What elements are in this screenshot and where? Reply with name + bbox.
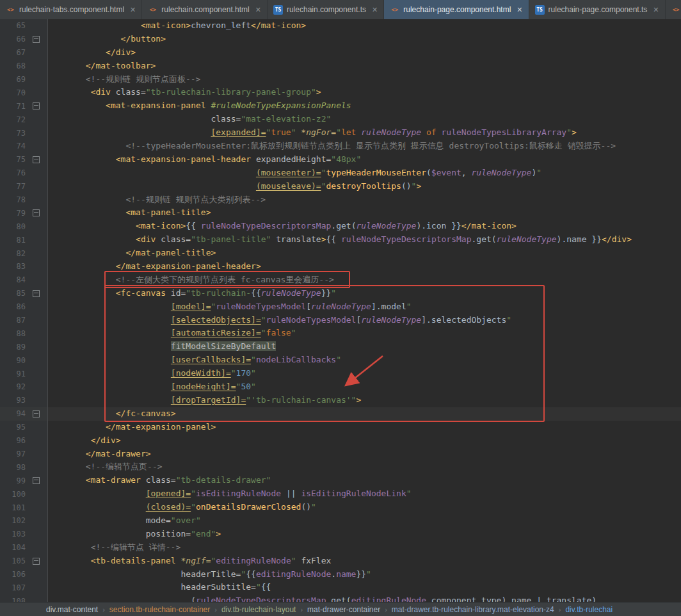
close-tab-icon[interactable]: ✕ — [130, 6, 136, 14]
breadcrumb-separator: › — [385, 606, 387, 613]
close-tab-icon[interactable]: ✕ — [255, 6, 261, 14]
code-line-81[interactable]: <div class="tb-panel-title" translate>{{… — [48, 233, 681, 247]
code-line-107[interactable]: headerSubtitle="{{ — [48, 581, 681, 594]
code-line-89[interactable]: fitModelSizeByDefault — [48, 340, 681, 353]
token-comment: <!--规则链 规则节点大类别列表--> — [125, 195, 266, 204]
code-line-94[interactable]: </fc-canvas> — [48, 407, 681, 421]
fold-collapse-icon[interactable] — [33, 36, 40, 43]
code-line-85[interactable]: <fc-canvas id="tb-rulchain-{{ruleNodeTyp… — [48, 287, 681, 300]
line-number: 65 — [0, 21, 26, 30]
breadcrumb-item[interactable]: mat-drawer.tb-rulechain-library.mat-elev… — [392, 605, 554, 614]
code-line-100[interactable]: [opened]="isEditingRuleNode || isEditing… — [48, 487, 681, 501]
tab-rulechain.component.html[interactable]: <>rulechain.component.html✕ — [142, 0, 268, 19]
gutter-line-71: 71 — [0, 99, 47, 113]
code-line-78[interactable]: <!--规则链 规则节点大类别列表--> — [48, 193, 681, 207]
fold-collapse-icon[interactable] — [33, 477, 40, 484]
token-var: ruleNodeTypesLibraryArray — [442, 127, 567, 137]
close-tab-icon[interactable]: ✕ — [517, 6, 522, 14]
tab-rulechain-tabs.component.html[interactable]: <>rulechain-tabs.component.html✕ — [0, 0, 142, 19]
tab-rulechain-page.component.html[interactable]: <>rulechain-page.component.html✕ — [384, 0, 529, 19]
tab-rulechain.component.ts[interactable]: TSrulechain.component.ts✕ — [268, 0, 384, 19]
code-line-84[interactable]: <!--左侧大类下的规则节点列表 fc-canvas里会遍历--> — [48, 273, 681, 287]
token-tag: </mat-expansion-panel-header> — [116, 261, 261, 271]
code-line-86[interactable]: [model]="ruleNodeTypesModel[ruleNodeType… — [48, 300, 681, 314]
code-line-80[interactable]: <mat-icon>{{ ruleNodeTypeDescriptorsMap.… — [48, 220, 681, 233]
token-text — [421, 127, 426, 137]
fold-collapse-icon[interactable] — [33, 410, 40, 417]
token-kw: true — [271, 127, 291, 137]
code-line-65[interactable]: <mat-icon>chevron_left</mat-icon> — [48, 19, 681, 33]
gutter-line-79: 79 — [0, 206, 47, 220]
token-interp: {{ — [326, 234, 341, 244]
fold-collapse-icon[interactable] — [33, 558, 40, 565]
fold-collapse-icon[interactable] — [33, 209, 40, 216]
code-line-92[interactable]: [nodeHeight]="50" — [48, 380, 681, 394]
code-line-79[interactable]: <mat-panel-title> — [48, 206, 681, 220]
code-line-74[interactable]: <!--typeHeaderMouseEnter:鼠标放到规则链节点类别上 显示… — [48, 140, 681, 153]
code-line-104[interactable]: <!--编辑节点 详情--> — [48, 541, 681, 555]
line-number: 78 — [0, 195, 26, 204]
code-line-88[interactable]: [automaticResize]="false" — [48, 327, 681, 340]
token-tag: <div — [91, 87, 111, 97]
breadcrumb-item[interactable]: section.tb-rulechain-container — [109, 605, 210, 614]
code-line-87[interactable]: [selectedObjects]="ruleNodeTypesModel[ru… — [48, 314, 681, 327]
fold-collapse-icon[interactable] — [33, 102, 40, 109]
token-str: "mat-elevation-z2" — [241, 114, 331, 124]
line-number: 76 — [0, 168, 26, 177]
line-number: 98 — [0, 463, 26, 472]
code-line-97[interactable]: </mat-drawer> — [48, 448, 681, 461]
breadcrumb-separator: › — [559, 606, 561, 613]
code-line-82[interactable]: </mat-panel-title> — [48, 247, 681, 260]
fold-collapse-icon[interactable] — [33, 156, 40, 163]
breadcrumb-item[interactable]: div.tb-rulechai — [565, 605, 613, 614]
code-line-66[interactable]: </button> — [48, 33, 681, 46]
code-line-77[interactable]: (mouseleave)="destroyTooltips()"> — [48, 180, 681, 193]
tab-rulechain-page.component.ts[interactable]: TSrulechain-page.component.ts✕ — [529, 0, 666, 19]
breadcrumb-item[interactable]: div.tb-rulechain-layout — [221, 605, 296, 614]
code-line-105[interactable]: <tb-details-panel *ngIf="editingRuleNode… — [48, 555, 681, 568]
code-line-95[interactable]: </mat-expansion-panel> — [48, 421, 681, 434]
editor-code[interactable]: <mat-icon>chevron_left</mat-icon> </butt… — [48, 19, 681, 603]
breadcrumb-separator: › — [102, 606, 105, 613]
code-line-103[interactable]: position="end"> — [48, 528, 681, 541]
line-number: 96 — [0, 436, 26, 445]
code-line-76[interactable]: (mouseenter)="typeHeaderMouseEnter($even… — [48, 166, 681, 180]
code-line-83[interactable]: </mat-expansion-panel-header> — [48, 260, 681, 273]
code-line-101[interactable]: (closed)="onDetailsDrawerClosed()" — [48, 501, 681, 514]
code-line-106[interactable]: headerTitle="{{editingRuleNode.name}}" — [48, 568, 681, 581]
code-line-69[interactable]: <!--规则链 规则节点面板--> — [48, 73, 681, 86]
breadcrumb-item[interactable]: div.mat-content — [46, 605, 98, 614]
code-line-71[interactable]: <mat-expansion-panel #ruleNodeTypeExpans… — [48, 99, 681, 113]
token-text: chevron_left — [191, 20, 251, 30]
token-bind: [selectedObjects]= — [171, 315, 261, 325]
line-number: 84 — [0, 275, 26, 284]
gutter-line-82: 82 — [0, 247, 47, 260]
close-tab-icon[interactable]: ✕ — [653, 6, 659, 14]
code-line-99[interactable]: <mat-drawer class="tb-details-drawer" — [48, 474, 681, 487]
close-tab-icon[interactable]: ✕ — [372, 6, 378, 14]
token-attr: class= — [161, 234, 191, 244]
code-line-102[interactable]: mode="over" — [48, 514, 681, 528]
fold-collapse-icon[interactable] — [33, 290, 40, 297]
code-line-73[interactable]: [expanded]="true" *ngFor="let ruleNodeTy… — [48, 126, 681, 140]
html-file-icon: <> — [6, 5, 15, 15]
code-line-75[interactable]: <mat-expansion-panel-header expandedHeig… — [48, 153, 681, 166]
code-line-98[interactable]: <!--编辑节点页--> — [48, 460, 681, 474]
breadcrumb-item[interactable]: mat-drawer-container — [307, 605, 380, 614]
token-tag: </mat-panel-title> — [125, 248, 216, 257]
token-bind: [nodeHeight]= — [171, 382, 236, 391]
code-line-91[interactable]: [nodeWidth]="170" — [48, 367, 681, 380]
code-line-96[interactable]: </div> — [48, 434, 681, 448]
code-line-70[interactable]: <div class="tb-rulechain-library-panel-g… — [48, 86, 681, 99]
token-tag: > — [572, 127, 577, 137]
line-number: 107 — [0, 583, 26, 592]
code-line-90[interactable]: [userCallbacks]="nodeLibCallbacks" — [48, 353, 681, 367]
tab-rule-n[interactable]: <>rule-n — [666, 0, 681, 19]
token-attr: headerSubtitle= — [181, 582, 256, 592]
code-line-93[interactable]: [dropTargetId]="'tb-rulchain-canvas'"> — [48, 394, 681, 407]
code-line-67[interactable]: </div> — [48, 46, 681, 60]
token-str: " — [336, 127, 341, 137]
code-line-68[interactable]: </mat-toolbar> — [48, 60, 681, 73]
token-text — [251, 154, 256, 164]
code-line-72[interactable]: class="mat-elevation-z2" — [48, 113, 681, 126]
